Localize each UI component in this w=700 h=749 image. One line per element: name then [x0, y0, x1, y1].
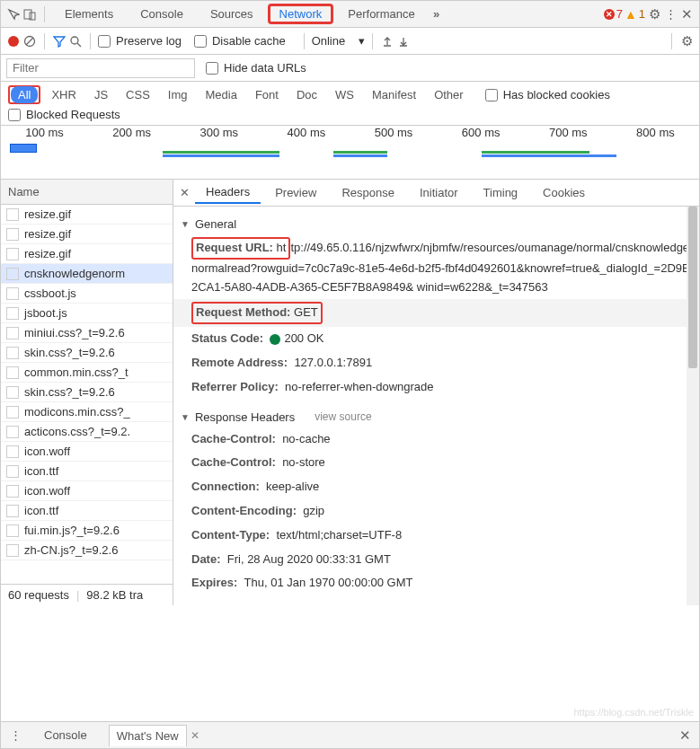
close-drawer-tab-icon[interactable]: ✕ [191, 729, 199, 742]
name-column-header[interactable]: Name [1, 180, 173, 205]
section-response-headers[interactable]: ▼Response Headersview source [181, 407, 692, 427]
request-row[interactable]: modicons.min.css?_ [1, 402, 173, 422]
subtab-cookies[interactable]: Cookies [532, 182, 596, 203]
request-row[interactable]: acticons.css?_t=9.2. [1, 422, 173, 442]
request-row[interactable]: resize.gif [1, 225, 173, 244]
request-row[interactable]: resize.gif [1, 205, 173, 225]
type-all[interactable]: All [11, 86, 38, 103]
file-icon [6, 268, 19, 280]
request-row[interactable]: icon.woff [1, 481, 173, 501]
header-key: Connection: [191, 480, 260, 493]
clear-icon[interactable] [22, 34, 37, 48]
type-xhr[interactable]: XHR [44, 86, 83, 103]
warn-badge[interactable]: ▲1 [625, 7, 645, 22]
search-icon[interactable] [68, 34, 83, 48]
request-row[interactable]: resize.gif [1, 244, 173, 264]
timeline-overview[interactable]: 100 ms 200 ms 300 ms 400 ms 500 ms 600 m… [1, 126, 699, 180]
subtab-timing[interactable]: Timing [473, 182, 529, 203]
more-tabs-icon[interactable]: » [430, 7, 444, 22]
tab-console[interactable]: Console [128, 4, 196, 24]
type-ws[interactable]: WS [328, 86, 361, 103]
tab-sources[interactable]: Sources [198, 4, 266, 24]
file-icon [6, 327, 19, 339]
preserve-log-checkbox[interactable]: Preserve log [98, 34, 182, 48]
tick: 100 ms [25, 126, 64, 139]
request-row[interactable]: cnsknowledgenorm [1, 264, 173, 284]
error-badge[interactable]: ✕7 [604, 7, 623, 21]
tick: 400 ms [288, 126, 326, 139]
watermark: https://blog.csdn.net/Triskle [574, 707, 695, 718]
filter-input[interactable] [6, 58, 195, 78]
request-name: modicons.min.css?_ [24, 405, 130, 419]
request-row[interactable]: skin.css?_t=9.2.6 [1, 383, 173, 402]
request-row[interactable]: jsboot.js [1, 304, 173, 323]
blocked-requests-checkbox[interactable]: Blocked Requests [8, 108, 681, 121]
request-row[interactable]: icon.ttf [1, 462, 173, 481]
settings-icon[interactable]: ⚙ [647, 7, 661, 22]
disable-cache-checkbox[interactable]: Disable cache [194, 34, 286, 48]
request-row[interactable]: common.min.css?_t [1, 363, 173, 383]
device-icon[interactable] [22, 7, 37, 22]
filter-icon[interactable] [52, 34, 66, 48]
type-img[interactable]: Img [161, 86, 195, 103]
drawer-kebab-icon[interactable]: ⋮ [8, 728, 22, 743]
request-name: acticons.css?_t=9.2. [24, 425, 130, 438]
status-code-value: 200 OK [284, 331, 323, 345]
drawer-tab-whatsnew[interactable]: What's New [109, 725, 187, 746]
request-row[interactable]: cssboot.js [1, 284, 173, 304]
close-details-icon[interactable]: ✕ [177, 186, 191, 200]
file-icon [6, 366, 19, 379]
type-other[interactable]: Other [427, 86, 471, 103]
throttle-select[interactable]: Online ▾ [312, 34, 365, 48]
header-value: no-store [282, 455, 325, 469]
section-general[interactable]: ▼General [181, 214, 692, 234]
subtab-preview[interactable]: Preview [264, 182, 327, 203]
view-source-link[interactable]: view source [315, 410, 371, 423]
referrer-policy-label: Referrer Policy: [191, 380, 279, 393]
type-css[interactable]: CSS [119, 86, 157, 103]
inspect-icon[interactable] [6, 7, 21, 22]
tick: 600 ms [462, 126, 501, 139]
type-manifest[interactable]: Manifest [365, 86, 423, 103]
request-name: zh-CN.js?_t=9.2.6 [24, 543, 118, 557]
file-icon [6, 406, 19, 419]
network-settings-icon[interactable]: ⚙ [679, 34, 694, 48]
drawer-tab-console[interactable]: Console [37, 725, 94, 745]
svg-line-3 [26, 38, 33, 45]
subtab-headers[interactable]: Headers [195, 181, 261, 204]
type-media[interactable]: Media [198, 86, 244, 103]
remote-address-value: 127.0.0.1:7891 [294, 356, 372, 369]
transfer-size: 98.2 kB tra [86, 588, 143, 602]
has-blocked-cookies-checkbox[interactable]: Has blocked cookies [485, 88, 610, 101]
close-devtools-icon[interactable]: ✕ [679, 7, 694, 22]
header-value: text/html;charset=UTF-8 [276, 528, 402, 542]
detail-scrollbar[interactable] [687, 207, 699, 605]
subtab-initiator[interactable]: Initiator [409, 182, 469, 203]
type-doc[interactable]: Doc [289, 86, 324, 103]
tab-network[interactable]: Network [274, 5, 328, 22]
type-js[interactable]: JS [87, 86, 115, 103]
tick: 800 ms [636, 126, 675, 139]
request-row[interactable]: icon.woff [1, 442, 173, 462]
file-icon [6, 505, 19, 517]
kebab-icon[interactable]: ⋮ [663, 7, 678, 22]
upload-icon[interactable] [380, 34, 394, 48]
request-row[interactable]: zh-CN.js?_t=9.2.6 [1, 541, 173, 560]
tab-performance[interactable]: Performance [335, 4, 427, 24]
download-icon[interactable] [396, 34, 411, 48]
record-icon[interactable] [6, 34, 21, 48]
header-key: Content-Encoding: [191, 504, 297, 517]
request-row[interactable]: miniui.css?_t=9.2.6 [1, 323, 173, 343]
svg-rect-0 [24, 10, 31, 19]
hide-data-urls-checkbox[interactable]: Hide data URLs [206, 61, 306, 75]
tab-elements[interactable]: Elements [52, 4, 126, 24]
tick: 300 ms [199, 126, 238, 139]
close-drawer-icon[interactable]: ✕ [678, 728, 692, 743]
request-row[interactable]: skin.css?_t=9.2.6 [1, 343, 173, 363]
type-font[interactable]: Font [248, 86, 286, 103]
header-key: Content-Type: [191, 528, 270, 542]
subtab-response[interactable]: Response [331, 182, 405, 203]
request-row[interactable]: fui.min.js?_t=9.2.6 [1, 521, 173, 541]
request-name: resize.gif [24, 227, 71, 241]
request-row[interactable]: icon.ttf [1, 501, 173, 521]
